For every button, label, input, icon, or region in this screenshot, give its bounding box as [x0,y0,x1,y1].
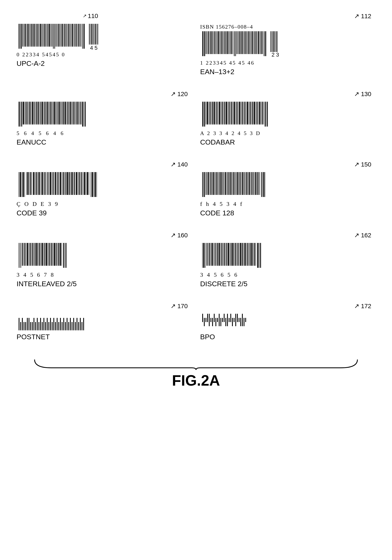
svg-rect-217 [262,102,263,124]
svg-rect-34 [61,24,61,47]
svg-rect-140 [43,102,44,124]
svg-rect-123 [20,102,21,127]
svg-rect-302 [235,172,235,195]
svg-rect-272 [91,172,91,197]
svg-rect-310 [245,172,245,195]
svg-rect-350 [50,243,51,266]
barcode-svg-discrete25 [200,243,337,270]
barcode-bpo: ↗ 172 [200,302,375,341]
svg-rect-410 [27,318,28,330]
svg-rect-279 [204,172,205,197]
svg-rect-49 [80,24,80,47]
barcode-discrete25: ↗ 162 [200,231,375,288]
eanucc-name: EANUCC [17,138,192,146]
svg-rect-63 [202,31,203,56]
barcode-svg-ean13: 2 3 [200,31,349,58]
svg-rect-465 [235,314,236,326]
svg-rect-299 [230,172,231,195]
svg-rect-288 [216,172,217,195]
svg-rect-450 [210,318,211,322]
svg-rect-44 [73,24,74,47]
svg-rect-231 [32,172,32,195]
svg-rect-459 [225,318,226,326]
svg-rect-87 [233,31,233,54]
svg-rect-164 [76,102,76,124]
svg-rect-196 [234,102,235,124]
svg-rect-51 [82,24,83,49]
svg-rect-111 [262,31,263,54]
svg-rect-125 [23,102,24,124]
ref-120: ↗ 120 [171,90,188,98]
svg-rect-398 [251,243,253,266]
svg-rect-153 [61,102,61,124]
svg-rect-79 [222,31,223,54]
svg-rect-36 [63,24,64,47]
svg-rect-358 [61,243,62,266]
svg-rect-444 [83,318,84,330]
svg-rect-262 [76,172,77,195]
svg-rect-129 [28,102,29,124]
svg-rect-261 [74,172,75,195]
svg-rect-86 [231,31,232,54]
svg-rect-138 [40,102,41,124]
svg-rect-325 [265,172,265,197]
svg-rect-90 [235,31,236,56]
svg-rect-267 [83,172,83,195]
svg-rect-163 [74,102,75,124]
svg-rect-28 [54,24,54,49]
svg-rect-458 [224,314,225,322]
svg-rect-259 [71,172,73,195]
svg-rect-390 [240,243,241,266]
svg-rect-303 [236,172,236,195]
svg-rect-235 [38,172,38,195]
svg-rect-55 [90,24,91,45]
svg-rect-214 [258,102,258,124]
svg-rect-369 [212,243,213,266]
svg-rect-353 [54,243,55,266]
svg-rect-5 [25,24,26,47]
svg-rect-467 [239,318,239,322]
svg-rect-338 [34,243,34,266]
svg-rect-93 [239,31,240,54]
svg-rect-107 [257,31,257,54]
svg-rect-329 [22,243,23,266]
svg-rect-297 [228,172,228,195]
codabar-name: CODABAR [200,138,375,146]
svg-rect-132 [32,102,33,124]
svg-rect-20 [44,24,45,47]
svg-rect-200 [239,102,240,124]
svg-rect-237 [40,172,41,195]
svg-rect-105 [254,31,255,54]
svg-rect-139 [42,102,43,124]
svg-rect-278 [203,172,204,197]
svg-rect-181 [214,102,215,124]
svg-rect-422 [47,318,48,330]
svg-rect-18 [42,24,42,47]
svg-rect-309 [244,172,245,195]
svg-rect-381 [228,243,229,266]
svg-rect-367 [209,243,210,266]
svg-rect-103 [252,31,253,54]
svg-rect-363 [203,243,205,268]
ref-112: ↗ 112 [354,12,371,20]
svg-rect-424 [50,318,51,330]
svg-rect-38 [66,24,67,47]
svg-rect-78 [221,31,222,54]
svg-rect-169 [82,102,83,127]
svg-rect-216 [261,102,261,124]
svg-rect-167 [79,102,80,124]
svg-rect-455 [219,314,220,326]
svg-rect-120 [276,31,277,52]
svg-rect-368 [210,243,211,266]
svg-rect-441 [78,322,79,330]
svg-rect-19 [43,24,43,47]
svg-rect-244 [50,172,51,195]
svg-rect-27 [53,24,53,49]
svg-rect-375 [220,243,221,266]
svg-rect-403 [259,243,260,268]
svg-rect-7 [27,24,28,47]
discrete25-name: DISCRETE 2/5 [200,280,375,288]
svg-rect-52 [83,24,83,49]
svg-rect-186 [221,102,221,124]
svg-rect-282 [208,172,209,195]
